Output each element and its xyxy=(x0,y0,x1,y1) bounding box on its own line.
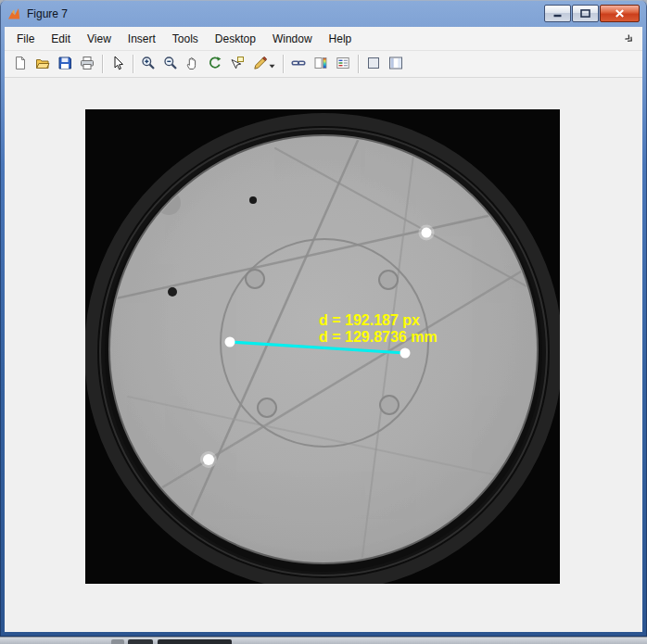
desktop: Figure 7 File Edit View Insert Tools xyxy=(0,0,647,644)
menu-insert[interactable]: Insert xyxy=(120,29,164,49)
toolbar-separator xyxy=(133,55,133,73)
menu-desktop[interactable]: Desktop xyxy=(207,29,264,49)
close-button[interactable] xyxy=(600,5,640,22)
menu-file[interactable]: File xyxy=(8,29,43,49)
zoom-in-icon xyxy=(141,56,156,73)
menu-view[interactable]: View xyxy=(79,29,120,49)
menu-help[interactable]: Help xyxy=(321,29,361,49)
printer-icon xyxy=(80,56,95,73)
link-plot-button[interactable] xyxy=(287,54,310,75)
open-file-button[interactable] xyxy=(32,54,54,75)
new-figure-button[interactable] xyxy=(9,54,32,75)
menu-tools[interactable]: Tools xyxy=(164,29,207,49)
insert-colorbar-button[interactable] xyxy=(310,54,332,75)
ct-scan-image[interactable]: d = 192.187 px d = 129.8736 mm xyxy=(85,109,560,584)
save-icon xyxy=(57,56,72,73)
arrow-cursor-icon xyxy=(110,56,125,73)
window-client-area: File Edit View Insert Tools Desktop Wind… xyxy=(5,27,642,632)
menu-window[interactable]: Window xyxy=(264,29,321,49)
distance-mm-label: d = 129.8736 mm xyxy=(319,329,438,345)
save-figure-button[interactable] xyxy=(54,54,76,75)
rotate-icon xyxy=(208,56,222,73)
brush-data-button[interactable] xyxy=(248,54,279,75)
toolbar-separator xyxy=(283,55,284,73)
dark-marker-dot xyxy=(249,196,257,204)
zoom-out-button[interactable] xyxy=(159,54,182,75)
zoom-in-button[interactable] xyxy=(137,54,159,75)
distance-px-label: d = 192.187 px xyxy=(319,312,420,328)
toolbar-separator xyxy=(358,55,359,73)
menu-bar: File Edit View Insert Tools Desktop Wind… xyxy=(5,27,642,51)
close-icon xyxy=(615,6,625,20)
dark-marker-dot xyxy=(168,287,177,297)
taskbar-item[interactable] xyxy=(128,639,153,644)
taskbar-sliver xyxy=(0,637,647,644)
measurement-endpoint-left[interactable] xyxy=(225,337,235,347)
minimize-button[interactable] xyxy=(544,5,571,22)
measurement-endpoint-right[interactable] xyxy=(400,348,411,359)
edit-plot-button[interactable] xyxy=(107,54,129,75)
menu-edit[interactable]: Edit xyxy=(43,29,79,49)
chain-link-icon xyxy=(291,56,306,73)
new-figure-icon xyxy=(13,56,28,73)
show-plot-tools-icon xyxy=(388,56,403,73)
ct-image-axes[interactable]: d = 192.187 px d = 129.8736 mm xyxy=(85,109,560,584)
brush-dropdown-caret-icon[interactable] xyxy=(269,57,275,71)
show-plot-tools-button[interactable] xyxy=(385,54,407,75)
taskbar-item[interactable] xyxy=(158,639,232,644)
menu-overflow-chevron-icon[interactable] xyxy=(623,32,636,44)
figure-window: Figure 7 File Edit View Insert Tools xyxy=(0,0,647,637)
pan-button[interactable] xyxy=(182,54,204,75)
toolbar xyxy=(5,51,642,78)
hand-icon xyxy=(185,56,200,73)
colorbar-icon xyxy=(313,56,328,73)
rotate-3d-button[interactable] xyxy=(204,54,226,75)
brush-icon xyxy=(253,56,268,73)
data-cursor-button[interactable] xyxy=(226,54,248,75)
matlab-app-icon xyxy=(6,6,21,21)
open-folder-icon xyxy=(35,56,50,73)
data-cursor-icon xyxy=(230,56,245,73)
figure-canvas: d = 192.187 px d = 129.8736 mm xyxy=(5,78,642,632)
zoom-out-icon xyxy=(163,56,178,73)
insert-legend-button[interactable] xyxy=(332,54,354,75)
toolbar-separator xyxy=(102,55,103,73)
legend-icon xyxy=(336,56,350,73)
window-controls xyxy=(544,5,640,22)
print-figure-button[interactable] xyxy=(76,54,98,75)
maximize-button[interactable] xyxy=(572,5,599,22)
hide-plot-tools-button[interactable] xyxy=(362,54,385,75)
taskbar-item[interactable] xyxy=(111,639,124,644)
window-title: Figure 7 xyxy=(27,7,68,20)
maximize-icon xyxy=(580,6,590,20)
titlebar[interactable]: Figure 7 xyxy=(0,0,647,27)
minimize-icon xyxy=(552,6,563,20)
hide-plot-tools-icon xyxy=(366,56,381,73)
